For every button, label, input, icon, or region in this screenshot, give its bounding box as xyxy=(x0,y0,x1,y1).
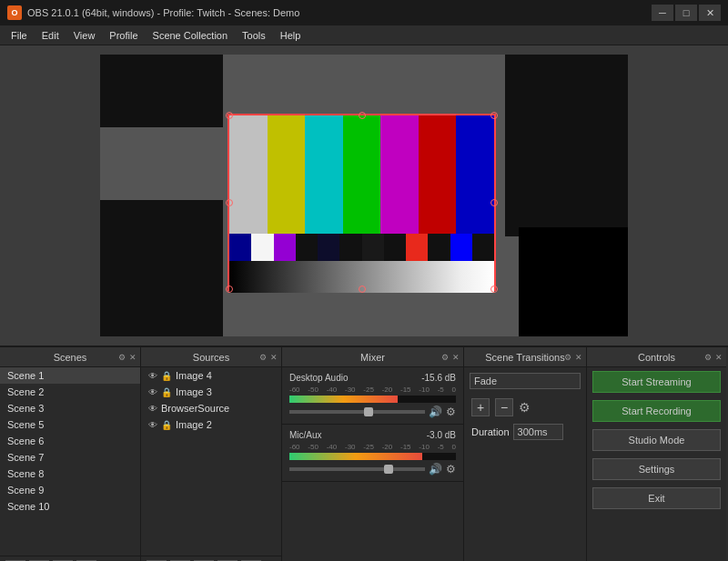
sources-panel-icons: ⚙ ✕ xyxy=(259,353,278,362)
controls-close-icon[interactable]: ✕ xyxy=(715,353,723,362)
maximize-button[interactable]: □ xyxy=(675,5,697,21)
scene-item[interactable]: Scene 8 xyxy=(0,466,140,482)
visibility-icon[interactable]: 👁 xyxy=(148,371,157,381)
resize-handle-ml[interactable] xyxy=(226,199,233,206)
menu-scene-collection[interactable]: Scene Collection xyxy=(146,28,236,43)
transition-add-button[interactable]: + xyxy=(471,398,490,416)
scenes-close-icon[interactable]: ✕ xyxy=(129,353,136,362)
source-name: Image 3 xyxy=(176,386,212,397)
scenes-panel: Scenes ⚙ ✕ Scene 1 Scene 2 Scene 3 Scene… xyxy=(0,347,141,561)
desktop-audio-gear-icon[interactable]: ⚙ xyxy=(446,406,456,418)
desktop-audio-channel: Desktop Audio -15.6 dB -60-50-40-30-25-2… xyxy=(282,367,463,425)
desktop-audio-thumb[interactable] xyxy=(364,407,373,416)
settings-button[interactable]: Settings xyxy=(592,458,721,480)
transition-add-remove: + − ⚙ xyxy=(464,395,586,420)
duration-input[interactable] xyxy=(513,424,563,440)
menu-view[interactable]: View xyxy=(66,28,103,43)
resize-handle-bl[interactable] xyxy=(226,286,233,293)
scene-item[interactable]: Scene 10 xyxy=(0,498,140,515)
start-recording-button[interactable]: Start Recording xyxy=(592,400,721,422)
source-name: Image 4 xyxy=(176,370,212,381)
scenes-config-icon[interactable]: ⚙ xyxy=(118,353,126,362)
menu-profile[interactable]: Profile xyxy=(102,28,145,43)
preview-corner-bl xyxy=(100,200,223,336)
studio-mode-button[interactable]: Studio Mode xyxy=(592,429,721,451)
mixer-title: Mixer xyxy=(360,352,385,363)
mic-aux-mute-icon[interactable]: 🔊 xyxy=(429,463,442,476)
titlebar: O OBS 21.0.1 (64bit, windows) - Profile:… xyxy=(0,0,728,25)
sources-close-icon[interactable]: ✕ xyxy=(270,353,278,362)
menu-file[interactable]: File xyxy=(4,28,35,43)
scene-item[interactable]: Scene 6 xyxy=(0,433,140,449)
menu-help[interactable]: Help xyxy=(273,28,308,43)
mixer-close-icon[interactable]: ✕ xyxy=(452,353,460,362)
bottom-panels: Scenes ⚙ ✕ Scene 1 Scene 2 Scene 3 Scene… xyxy=(0,346,728,561)
preview-area[interactable] xyxy=(0,45,728,346)
transitions-close-icon[interactable]: ✕ xyxy=(575,353,582,362)
transition-remove-button[interactable]: − xyxy=(495,398,513,416)
mic-aux-thumb[interactable] xyxy=(384,465,393,474)
exit-button[interactable]: Exit xyxy=(592,487,721,509)
window-controls: ─ □ ✕ xyxy=(652,5,721,21)
controls-header: Controls ⚙ ✕ xyxy=(587,347,726,367)
scenes-panel-icons: ⚙ ✕ xyxy=(118,353,136,362)
mic-aux-gear-icon[interactable]: ⚙ xyxy=(446,463,456,476)
visibility-icon[interactable]: 👁 xyxy=(148,387,157,397)
visibility-icon[interactable]: 👁 xyxy=(148,404,157,414)
mixer-config-icon[interactable]: ⚙ xyxy=(441,353,449,362)
scene-item[interactable]: Scene 2 xyxy=(0,384,140,400)
desktop-audio-mute-icon[interactable]: 🔊 xyxy=(429,406,442,418)
resize-handle-bm[interactable] xyxy=(359,286,366,293)
mic-aux-channel: Mic/Aux -3.0 dB -60-50-40-30-25-20-15-10… xyxy=(282,425,463,482)
desktop-audio-controls: 🔊 ⚙ xyxy=(289,406,456,418)
resize-handle-tr[interactable] xyxy=(490,112,498,119)
sources-config-icon[interactable]: ⚙ xyxy=(259,353,267,362)
transitions-header: Scene Transitions ⚙ ✕ xyxy=(464,347,586,367)
scene-item[interactable]: Scene 3 xyxy=(0,400,140,416)
desktop-audio-slider[interactable] xyxy=(289,410,425,414)
mic-aux-controls: 🔊 ⚙ xyxy=(289,463,456,476)
source-item[interactable]: 👁 BrowserSource xyxy=(141,400,281,416)
resize-handle-mr[interactable] xyxy=(490,199,498,206)
source-name: BrowserSource xyxy=(161,403,229,414)
controls-panel-icons: ⚙ ✕ xyxy=(704,353,723,362)
source-item[interactable]: 👁 🔒 Image 3 xyxy=(141,384,281,400)
controls-config-icon[interactable]: ⚙ xyxy=(704,353,712,362)
transition-type-select[interactable]: Fade Cut Swipe Slide xyxy=(470,373,581,389)
desktop-audio-meter xyxy=(289,396,456,403)
mic-aux-slider[interactable] xyxy=(289,467,425,471)
sources-panel: Sources ⚙ ✕ 👁 🔒 Image 4 👁 🔒 Image 3 👁 Br… xyxy=(141,347,282,561)
resize-handle-br[interactable] xyxy=(490,286,498,293)
app-icon: O xyxy=(7,5,22,20)
start-streaming-button[interactable]: Start Streaming xyxy=(592,371,721,393)
lock-icon[interactable]: 🔒 xyxy=(161,371,172,381)
lock-icon[interactable]: 🔒 xyxy=(161,387,172,397)
preview-corner-tl xyxy=(100,55,223,127)
lock-icon[interactable]: 🔒 xyxy=(161,420,172,430)
color-bars xyxy=(229,115,494,234)
scene-item[interactable]: Scene 7 xyxy=(0,449,140,466)
scenes-header: Scenes ⚙ ✕ xyxy=(0,347,140,367)
close-button[interactable]: ✕ xyxy=(699,5,721,21)
mic-aux-label: Mic/Aux -3.0 dB xyxy=(289,430,456,440)
transitions-panel: Scene Transitions ⚙ ✕ Fade Cut Swipe Sli… xyxy=(464,347,587,561)
menu-edit[interactable]: Edit xyxy=(35,28,66,43)
visibility-icon[interactable]: 👁 xyxy=(148,420,157,430)
test-pattern[interactable] xyxy=(228,114,496,291)
scene-item[interactable]: Scene 9 xyxy=(0,482,140,498)
scene-item[interactable]: Scene 1 xyxy=(0,367,140,384)
desktop-audio-fill xyxy=(289,396,398,403)
resize-handle-tl[interactable] xyxy=(226,112,233,119)
transition-gear-icon[interactable]: ⚙ xyxy=(519,400,531,415)
minimize-button[interactable]: ─ xyxy=(652,5,673,21)
resize-handle-tm[interactable] xyxy=(359,112,366,119)
source-item[interactable]: 👁 🔒 Image 2 xyxy=(141,416,281,433)
menu-tools[interactable]: Tools xyxy=(235,28,273,43)
scene-item[interactable]: Scene 5 xyxy=(0,416,140,433)
source-item[interactable]: 👁 🔒 Image 4 xyxy=(141,367,281,384)
mixer-panel-icons: ⚙ ✕ xyxy=(441,353,460,362)
sources-title: Sources xyxy=(193,352,229,363)
desktop-audio-db: -15.6 dB xyxy=(421,373,456,383)
transitions-config-icon[interactable]: ⚙ xyxy=(564,353,571,362)
transitions-panel-icons: ⚙ ✕ xyxy=(564,353,582,362)
